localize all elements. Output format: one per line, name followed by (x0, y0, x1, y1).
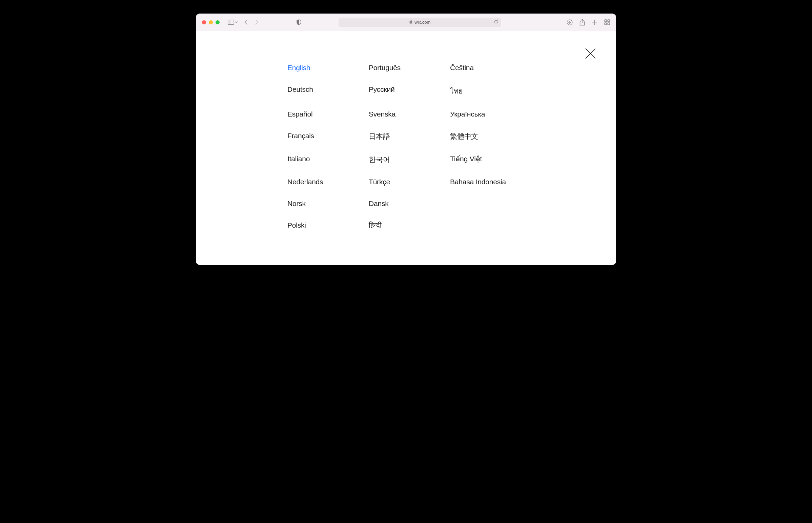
chevron-down-icon (235, 21, 238, 23)
language-option[interactable]: Nederlands (287, 178, 369, 186)
language-option[interactable]: हिन्दी (369, 221, 450, 229)
svg-rect-4 (605, 20, 607, 22)
address-bar[interactable]: wix.com (338, 18, 501, 27)
svg-rect-7 (608, 23, 610, 25)
forward-button[interactable] (254, 19, 259, 25)
maximize-window-button[interactable] (215, 20, 219, 24)
language-option[interactable]: Русский (369, 85, 450, 96)
page-content: EnglishPortuguêsČeštinaDeutschРусскийไทย… (196, 31, 616, 265)
toolbar-right (567, 19, 610, 26)
language-option[interactable]: 한국어 (369, 155, 450, 164)
share-button[interactable] (580, 19, 585, 26)
window-controls (202, 20, 219, 24)
downloads-button[interactable] (567, 19, 573, 25)
language-option[interactable]: ไทย (450, 85, 531, 96)
minimize-window-button[interactable] (209, 20, 213, 24)
language-grid: EnglishPortuguêsČeštinaDeutschРусскийไทย… (287, 64, 579, 229)
empty-cell (450, 221, 531, 229)
browser-toolbar: wix.com (196, 14, 616, 31)
address-content: wix.com (409, 20, 430, 25)
nav-arrows (244, 19, 259, 25)
language-option[interactable]: Polski (287, 221, 369, 229)
svg-rect-0 (228, 20, 234, 25)
close-window-button[interactable] (202, 20, 206, 24)
tab-overview-button[interactable] (604, 19, 610, 25)
language-option[interactable]: Español (287, 110, 369, 118)
svg-rect-5 (608, 20, 610, 22)
language-option[interactable]: Čeština (450, 64, 531, 72)
sidebar-icon (228, 20, 234, 25)
new-tab-button[interactable] (592, 19, 598, 25)
address-domain: wix.com (414, 20, 430, 25)
svg-rect-2 (410, 21, 412, 24)
privacy-shield-icon[interactable] (296, 19, 302, 25)
browser-window: wix.com (196, 14, 616, 265)
language-option[interactable]: Svenska (369, 110, 450, 118)
language-option[interactable]: Українська (450, 110, 531, 118)
reload-button[interactable] (494, 19, 498, 25)
svg-rect-6 (605, 23, 607, 25)
close-button[interactable] (584, 48, 597, 61)
language-option[interactable]: English (287, 64, 369, 72)
language-option[interactable]: Português (369, 64, 450, 72)
language-option[interactable]: 日本語 (369, 132, 450, 141)
lock-icon (409, 20, 412, 25)
language-option[interactable]: Norsk (287, 199, 369, 208)
sidebar-toggle[interactable] (228, 20, 238, 25)
language-option[interactable]: Tiếng Việt (450, 155, 531, 164)
language-option[interactable]: Deutsch (287, 85, 369, 96)
language-option[interactable]: Türkçe (369, 178, 450, 186)
back-button[interactable] (244, 19, 248, 25)
language-option[interactable]: Bahasa Indonesia (450, 178, 531, 186)
language-option[interactable]: Italiano (287, 155, 369, 164)
language-option[interactable]: Français (287, 132, 369, 141)
language-option[interactable]: Dansk (369, 199, 450, 208)
language-option[interactable]: 繁體中文 (450, 132, 531, 141)
empty-cell (450, 199, 531, 208)
